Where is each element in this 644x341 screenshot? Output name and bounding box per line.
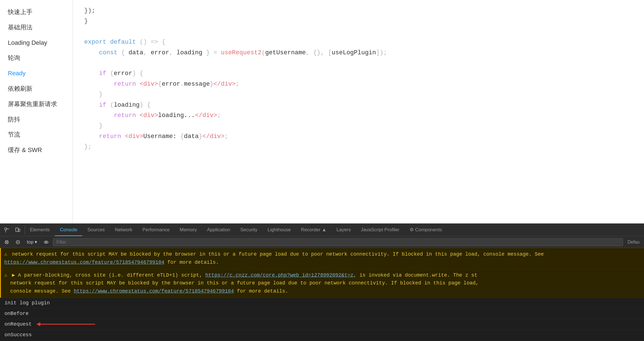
tab-layers[interactable]: Layers [332,224,356,236]
console-context-chevron: ▾ [35,239,37,245]
tab-network[interactable]: Network [110,224,137,236]
tab-security[interactable]: Security [235,224,262,236]
device-toolbar-icon[interactable] [13,226,22,234]
code-line-2: } [84,16,633,26]
code-line-7: if (error) { [84,68,633,79]
sidebar-item-2[interactable]: Loading Delay [0,35,72,51]
code-line-14: }; [84,142,633,152]
tab-sources[interactable]: Sources [82,224,110,236]
sidebar-item-3[interactable]: 轮询 [0,50,72,66]
sidebar-item-4[interactable]: Ready [0,66,72,81]
code-line-5: const { data, error, loading } = useRequ… [84,48,633,58]
devtools-panel: Elements Console Sources Network Perform… [0,223,644,341]
code-line-4: export default () => { [84,37,633,47]
svg-rect-4 [18,229,20,232]
code-line-10: if (loading) { [84,100,633,110]
code-line-3 [84,27,633,37]
console-log-onbefore: onBefore [0,309,644,319]
tab-js-profiler[interactable]: JavaScript Profiler [356,224,405,236]
tab-components[interactable]: ⚙ Components [405,224,447,236]
devtools-icon-group [0,226,25,234]
code-line-8: return <div>{error.message}</div>; [84,79,633,89]
warning-icon-2: ⚠ [4,272,7,278]
tab-application[interactable]: Application [202,224,235,236]
code-line-9: } [84,89,633,100]
log-text-onrequest: onRequest [4,321,32,327]
console-default-label: Defau [625,240,642,245]
tab-console[interactable]: Console [55,224,82,236]
console-log-init: init log plugin [0,298,644,309]
warning-link-2a[interactable]: https://c.cnzz.com/core.php?web_id=12789… [205,272,353,278]
warning-icon-1: ⚠ [4,251,7,257]
log-text-onsuccess: onSuccess [4,332,32,338]
warning-link-1[interactable]: https://www.chromestatus.com/feature/571… [4,260,164,265]
tab-lighthouse[interactable]: Lighthouse [262,224,296,236]
code-line-1: }); [84,6,633,16]
svg-point-10 [44,241,48,243]
tab-performance[interactable]: Performance [137,224,175,236]
sidebar-item-9[interactable]: 缓存 & SWR [0,143,72,158]
code-line-13: return <div>Username: {data}</div>; [84,131,633,142]
warning-link-2b[interactable]: https://www.chromestatus.com/feature/571… [74,288,234,294]
console-block-btn[interactable] [13,239,22,246]
console-context-label: top [27,239,34,245]
console-bar: top ▾ Defau [0,236,644,248]
red-arrow-icon [36,320,98,328]
sidebar-item-0[interactable]: 快速上手 [0,4,72,20]
svg-marker-13 [36,322,40,326]
sidebar-item-5[interactable]: 依赖刷新 [0,81,72,97]
devtools-toolbar: Elements Console Sources Network Perform… [0,224,644,236]
sidebar: 快速上手 基础用法 Loading Delay 轮询 Ready 依赖刷新 屏幕… [0,0,73,223]
code-line-12: } [84,121,633,131]
sidebar-item-7[interactable]: 防抖 [0,112,72,127]
code-line-6 [84,58,633,68]
svg-point-11 [46,242,47,243]
console-log-onrequest: onRequest [0,319,644,330]
tab-memory[interactable]: Memory [175,224,202,236]
code-line-11: return <div>loading...</div>; [84,110,633,121]
sidebar-item-8[interactable]: 节流 [0,127,72,143]
console-warning-2: ⚠ ▶ A parser-blocking, cross site (i.e. … [0,269,644,298]
console-log-onsuccess: onSuccess [0,330,644,340]
console-filter-input[interactable] [53,238,623,246]
log-text-onbefore: onBefore [4,311,29,316]
sidebar-item-6[interactable]: 屏幕聚焦重新请求 [0,97,72,112]
svg-rect-3 [16,228,18,232]
main-area: 快速上手 基础用法 Loading Delay 轮询 Ready 依赖刷新 屏幕… [0,0,644,223]
warning-text-2: ▶ A parser-blocking, cross site (i.e. di… [4,272,479,294]
inspect-element-icon[interactable] [2,226,12,234]
console-clear-btn[interactable] [2,239,11,246]
sidebar-item-1[interactable]: 基础用法 [0,20,72,35]
tab-recorder[interactable]: Recorder ▲ [296,224,332,236]
console-warning-1: ⚠ network request for this script MAY be… [0,248,644,269]
console-eye-btn[interactable] [42,239,51,246]
log-text-init: init log plugin [4,300,50,306]
svg-rect-0 [5,228,7,230]
code-editor: }); } export default () => { const { dat… [73,0,644,223]
warning-text-1: network request for this script MAY be b… [4,251,544,265]
console-output: ⚠ network request for this script MAY be… [0,248,644,341]
console-context-selector[interactable]: top ▾ [25,238,39,246]
tab-elements[interactable]: Elements [25,224,55,236]
